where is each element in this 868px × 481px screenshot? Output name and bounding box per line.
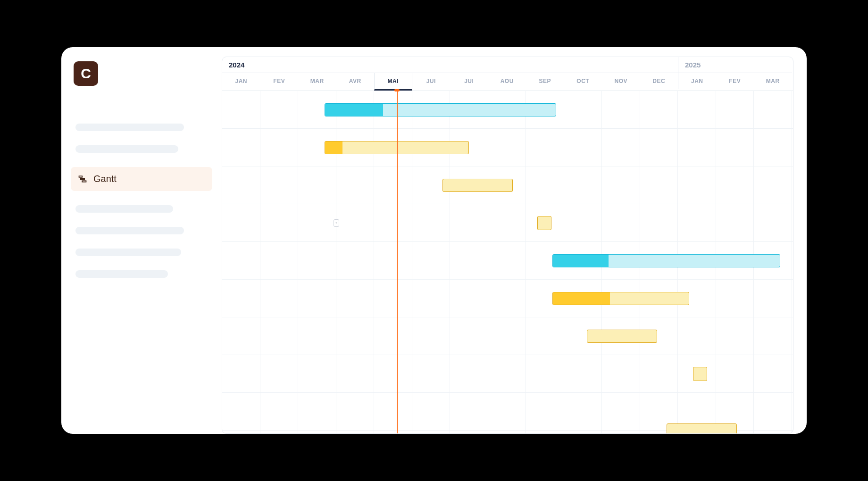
nav-item-label: Gantt [93, 174, 117, 184]
gantt-row [222, 242, 793, 280]
gantt-bar[interactable] [552, 292, 689, 305]
gantt-rows: ‹ [222, 91, 793, 434]
month-header[interactable]: MAR [754, 73, 792, 89]
months-row: JANFEVMAR [678, 73, 792, 89]
gantt-row [222, 166, 793, 204]
nav-item-placeholder[interactable] [75, 227, 184, 234]
gantt-bar[interactable] [552, 254, 780, 267]
month-header[interactable]: MAR [298, 73, 336, 91]
month-header[interactable]: JUI [450, 73, 488, 91]
month-header[interactable]: NOV [602, 73, 640, 91]
gantt-bar[interactable] [587, 330, 657, 343]
year-label: 2025 [678, 57, 792, 73]
gantt-row [222, 91, 793, 129]
month-header[interactable]: AOU [488, 73, 526, 91]
gantt-row [222, 129, 793, 166]
months-row: JANFEVMARAVRMAIJUIJUIAOUSEPOCTNOVDEC [222, 73, 678, 91]
nav-item-placeholder[interactable] [75, 124, 184, 131]
month-header[interactable]: MAI [374, 73, 412, 91]
month-header[interactable]: JAN [678, 73, 716, 89]
year-section: 2025JANFEVMAR [678, 57, 792, 91]
nav-item-placeholder[interactable] [75, 145, 178, 153]
svg-rect-2 [82, 181, 86, 182]
gantt-bar-progress [325, 141, 342, 154]
today-marker [397, 91, 398, 434]
nav-list: Gantt [71, 124, 212, 278]
month-header[interactable]: SEP [526, 73, 564, 91]
month-header[interactable]: FEV [260, 73, 299, 91]
gantt-body[interactable]: ‹ [222, 91, 793, 434]
nav-item-placeholder[interactable] [75, 205, 173, 213]
gantt-row [222, 317, 793, 355]
gantt-bar[interactable] [325, 103, 556, 116]
gantt-bar[interactable] [537, 216, 551, 230]
year-section: 2024JANFEVMARAVRMAIJUIJUIAOUSEPOCTNOVDEC [222, 57, 678, 91]
month-header[interactable]: DEC [640, 73, 678, 91]
month-header[interactable]: JUI [412, 73, 451, 91]
main-content: 2024JANFEVMARAVRMAIJUIJUIAOUSEPOCTNOVDEC… [222, 47, 807, 434]
gantt-bar-progress [325, 104, 383, 116]
gantt-bar[interactable] [693, 367, 707, 381]
timeline-header: 2024JANFEVMARAVRMAIJUIJUIAOUSEPOCTNOVDEC… [222, 57, 793, 91]
svg-rect-1 [81, 178, 84, 180]
gantt-row: ‹ [222, 204, 793, 242]
gantt-row [222, 393, 793, 431]
gantt-row [222, 280, 793, 317]
nav-item-gantt[interactable]: Gantt [71, 167, 212, 191]
gantt-bar-progress [553, 292, 610, 305]
gantt-bar-progress [553, 255, 609, 267]
collapse-handle[interactable]: ‹ [334, 219, 339, 227]
month-header[interactable]: JAN [222, 73, 260, 91]
gantt-bar[interactable] [442, 179, 513, 192]
month-header[interactable]: FEV [716, 73, 754, 89]
app-window: C Gantt 2024JANFEVMARAVRMAIJU [61, 47, 807, 434]
gantt-row [222, 355, 793, 393]
nav-item-placeholder[interactable] [75, 249, 181, 256]
app-logo[interactable]: C [74, 61, 98, 86]
year-label: 2024 [222, 57, 678, 73]
month-header[interactable]: OCT [564, 73, 602, 91]
gantt-bar[interactable] [667, 423, 737, 434]
gantt-chart: 2024JANFEVMARAVRMAIJUIJUIAOUSEPOCTNOVDEC… [222, 57, 793, 434]
gantt-icon [77, 174, 88, 184]
nav-item-placeholder[interactable] [75, 270, 168, 278]
sidebar: C Gantt [61, 47, 222, 434]
month-header[interactable]: AVR [336, 73, 375, 91]
svg-rect-0 [79, 176, 83, 177]
